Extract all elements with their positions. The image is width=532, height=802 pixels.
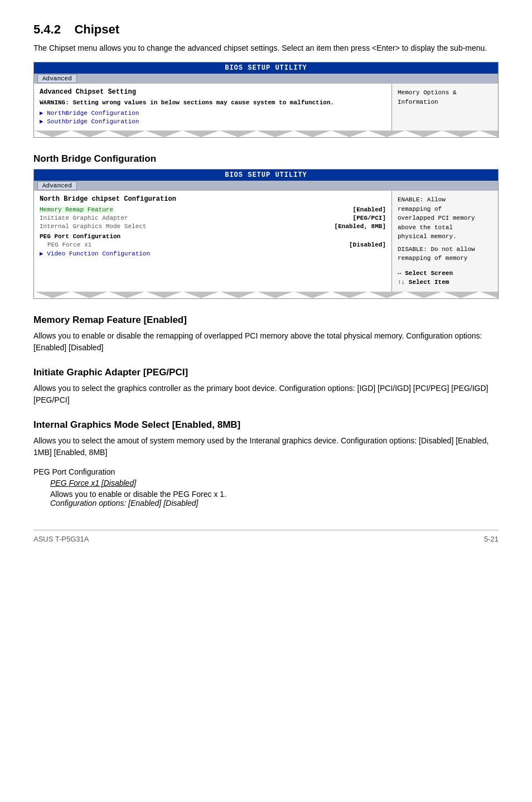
bios-header-1: BIOS SETUP UTILITY	[34, 62, 498, 74]
bios-value-internal-graphics: [Enabled, 8MB]	[335, 223, 386, 230]
nb-sidebar-line1: ENABLE: Allow	[398, 195, 492, 205]
section-name: Chipset	[74, 22, 119, 36]
bios-value-initiate: [PEG/PCI]	[353, 215, 386, 221]
bios-tab-strip-2: Advanced	[34, 181, 498, 191]
peg-force-desc: Allows you to enable or disable the PEG …	[50, 490, 499, 499]
nb-nav2: ↑↓ Select Item	[398, 278, 492, 287]
peg-force-options: Configuration options: [Enabled] [Disabl…	[50, 499, 499, 508]
bios-value-peg-force: [Disabled]	[349, 241, 386, 248]
page-footer: ASUS T-P5G31A 5-21	[33, 530, 499, 543]
nb-sidebar-line5: physical memory.	[398, 232, 492, 241]
bios-link-northbridge[interactable]: NorthBridge Configuration	[40, 109, 386, 117]
bios-box-chipset: BIOS SETUP UTILITY Advanced Advanced Chi…	[33, 62, 499, 138]
bios-row-memory-remap: Memory Remap Feature [Enabled]	[40, 206, 386, 213]
nb-sidebar-line2: remapping of	[398, 205, 492, 214]
bios-sidebar-1: Memory Options & Information	[392, 84, 498, 131]
bios-row-initiate: Initiate Graphic Adapter [PEG/PCI]	[40, 215, 386, 221]
bios-wave-2	[34, 292, 498, 298]
bios-row-internal-graphics: Internal Graphics Mode Select [Enabled, …	[40, 223, 386, 230]
bios-box-northbridge: BIOS SETUP UTILITY Advanced North Bridge…	[33, 169, 499, 299]
bios-label-initiate: Initiate Graphic Adapter	[40, 215, 128, 221]
internal-graphics-desc: Allows you to select the amout of system…	[33, 435, 499, 458]
bios-wave-1	[34, 131, 498, 137]
initiate-graphic-desc: Allows you to select the graphics contro…	[33, 383, 499, 406]
bios-warning-1: WARNING: Setting wrong values in below s…	[40, 99, 386, 106]
footer-right: 5-21	[484, 535, 499, 543]
footer-left: ASUS T-P5G31A	[33, 535, 89, 543]
nb-sidebar-line7: DISABLE: Do not allow	[398, 245, 492, 254]
bios-link-video-function[interactable]: Video Function Configuration	[40, 250, 386, 257]
bios-tab-advanced-2: Advanced	[37, 181, 77, 190]
bios-main-1: Advanced Chipset Setting WARNING: Settin…	[34, 84, 392, 131]
bios-sidebar-text-1: Memory Options & Information	[398, 89, 457, 105]
bios-peg-section: PEG Port Configuration	[40, 233, 386, 240]
memory-remap-title: Memory Remap Feature [Enabled]	[33, 315, 499, 326]
northbridge-title: North Bridge Configuration	[33, 153, 499, 165]
peg-force-title: PEG Force x1 [Disabled]	[50, 479, 499, 487]
section-title: 5.4.2 Chipset	[33, 22, 499, 37]
bios-sidebar-2: ENABLE: Allow remapping of overlapped PC…	[392, 191, 498, 292]
internal-graphics-title: Internal Graphics Mode Select [Enabled, …	[33, 419, 499, 431]
bios-tab-advanced-1: Advanced	[37, 74, 77, 83]
bios-main-title-1: Advanced Chipset Setting	[40, 88, 386, 96]
section-number: 5.4.2	[33, 22, 61, 36]
bios-tab-strip-1: Advanced	[34, 74, 498, 84]
memory-remap-desc: Allows you to enable or disable the rema…	[33, 330, 499, 354]
bios-value-memory-remap: [Enabled]	[353, 206, 386, 213]
bios-label-internal-graphics: Internal Graphics Mode Select	[40, 223, 146, 230]
nb-sidebar-line3: overlapped PCI memory	[398, 214, 492, 223]
nb-sidebar-line8: remapping of memory	[398, 254, 492, 263]
bios-main-2: North Bridge chipset Configuration Memor…	[34, 191, 392, 292]
bios-link-southbridge[interactable]: Southbridge Configuration	[40, 118, 386, 125]
section-description: The Chipset menu allows you to change th…	[33, 42, 499, 54]
initiate-graphic-title: Initiate Graphic Adapter [PEG/PCI]	[33, 367, 499, 378]
bios-row-peg-force: PEG Force x1 [Disabled]	[47, 241, 386, 248]
bios-header-2: BIOS SETUP UTILITY	[34, 170, 498, 181]
nb-nav1: ↔ Select Screen	[398, 269, 492, 278]
bios-label-memory-remap: Memory Remap Feature	[40, 206, 113, 213]
bios-nb-title: North Bridge chipset Configuration	[40, 195, 386, 203]
peg-port-label: PEG Port Configuration	[33, 467, 499, 476]
bios-label-peg-force: PEG Force x1	[47, 241, 91, 248]
nb-sidebar-line4: above the total	[398, 223, 492, 233]
